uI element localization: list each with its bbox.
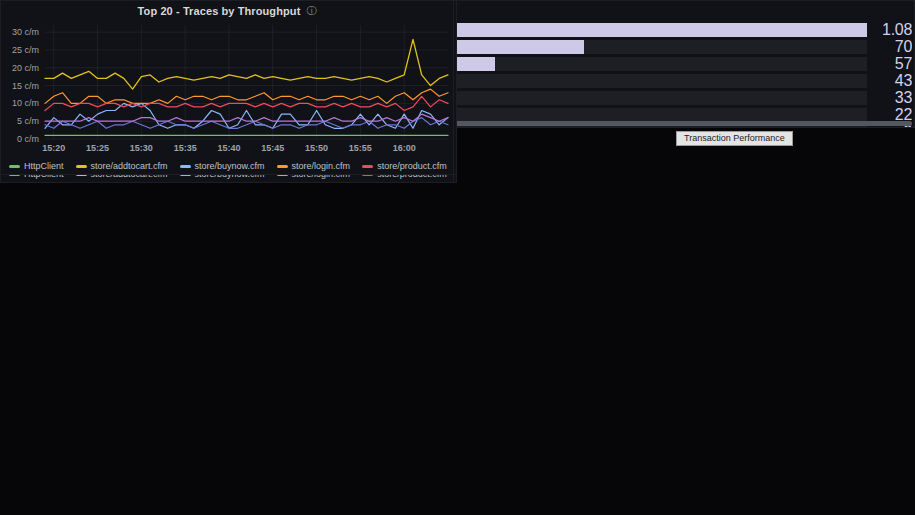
series-line-store-login-cfm <box>45 89 448 103</box>
bar-value: 33 <box>872 89 912 106</box>
y-axis-tick: 25 c/m <box>12 45 39 55</box>
chart-canvas[interactable]: 0 c/m5 c/m10 c/m15 c/m20 c/m25 c/m30 c/m… <box>1 17 453 156</box>
x-axis-tick: 15:20 <box>42 143 65 153</box>
bar-value: 57 <box>872 55 912 72</box>
chart-plot[interactable]: 0 c/m5 c/m10 c/m15 c/m20 c/m25 c/m30 c/m… <box>1 17 453 160</box>
legend-swatch <box>180 165 191 168</box>
legend-item-store-product-cfm[interactable]: store/product.cfm <box>362 161 447 171</box>
y-axis-tick: 20 c/m <box>12 63 39 73</box>
legend-label: store/product.cfm <box>377 161 447 171</box>
x-axis-tick: 15:45 <box>261 143 284 153</box>
panel-traces-by-throughput: Top 20 - Traces by Throughput ⓘ 0 c/m5 c… <box>0 0 454 175</box>
panel-title[interactable]: Top 20 - Traces by Throughput <box>138 5 301 17</box>
bar-value: 1.08 <box>872 21 912 38</box>
y-axis-tick: 5 c/m <box>17 116 39 126</box>
x-axis-tick: 15:55 <box>349 143 372 153</box>
legend-label: HttpClient <box>24 161 64 171</box>
y-axis-tick: 15 c/m <box>12 81 39 91</box>
hover-tooltip: Transaction Performance <box>676 131 793 146</box>
series-line-store-addtocart-cfm <box>45 39 448 89</box>
legend-label: store/addtocart.cfm <box>91 161 168 171</box>
legend-item-store-buynow-cfm[interactable]: store/buynow.cfm <box>180 161 265 171</box>
series-line-store-products-cfm <box>45 118 448 129</box>
x-axis-tick: 15:35 <box>174 143 197 153</box>
legend-swatch <box>76 165 87 168</box>
legend-item-store-addtocart-cfm[interactable]: store/addtocart.cfm <box>76 161 168 171</box>
legend-item-httpclient[interactable]: HttpClient <box>9 161 64 171</box>
info-icon[interactable]: ⓘ <box>306 6 316 16</box>
series-line-store-register-cfm <box>45 114 448 121</box>
y-axis-tick: 10 c/m <box>12 98 39 108</box>
legend-swatch <box>362 165 373 168</box>
x-axis-tick: 15:25 <box>86 143 109 153</box>
legend-item-store-login-cfm[interactable]: store/login.cfm <box>277 161 351 171</box>
y-axis-tick: 0 c/m <box>17 134 39 144</box>
x-axis-tick: 15:40 <box>217 143 240 153</box>
legend-swatch <box>277 165 288 168</box>
legend-label: store/login.cfm <box>292 161 351 171</box>
chart-legend: HttpClientstore/addtocart.cfmstore/buyno… <box>1 160 453 174</box>
legend-label: store/buynow.cfm <box>195 161 265 171</box>
x-axis-tick: 15:30 <box>130 143 153 153</box>
legend-swatch <box>9 165 20 168</box>
y-axis-tick: 30 c/m <box>12 27 39 37</box>
bar-value: 70 <box>872 38 912 55</box>
x-axis-tick: 15:50 <box>305 143 328 153</box>
bar-value: 43 <box>872 72 912 89</box>
x-axis-tick: 16:00 <box>393 143 416 153</box>
